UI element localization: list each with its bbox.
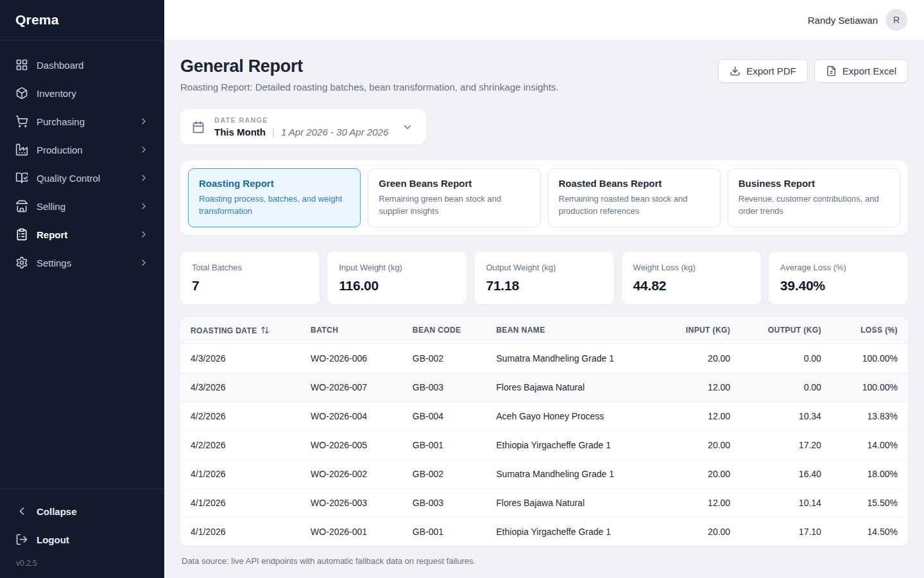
stat-card-input-weight-kg: Input Weight (kg)116.00 xyxy=(327,252,466,304)
date-range-selector[interactable]: DATE RANGE This Month | 1 Apr 2026 - 30 … xyxy=(180,109,426,144)
table-cell-output-kg: 17.20 xyxy=(740,430,832,459)
table-cell-input-kg: 20.00 xyxy=(653,517,740,546)
sidebar-item-purchasing[interactable]: Purchasing xyxy=(9,109,155,134)
column-header-output-kg: OUTPUT (KG) xyxy=(740,317,832,344)
table-cell-bean-code: GB-003 xyxy=(402,372,486,401)
app-version: v0.2.5 xyxy=(16,559,155,568)
table-cell-roasting-date: 4/3/2026 xyxy=(180,372,300,401)
table-cell-input-kg: 12.00 xyxy=(653,401,740,430)
table-cell-batch: WO-2026-007 xyxy=(300,372,402,401)
stat-card-average-loss: Average Loss (%)39.40% xyxy=(769,252,908,304)
sidebar-item-production[interactable]: Production xyxy=(9,137,155,162)
chevron-right-icon xyxy=(139,201,149,211)
export-excel-label: Export Excel xyxy=(843,66,896,76)
table-cell-batch: WO-2026-004 xyxy=(300,401,402,430)
chevron-right-icon xyxy=(139,229,149,240)
date-range-value: 1 Apr 2026 - 30 Apr 2026 xyxy=(281,127,388,137)
table-cell-bean-name: Aceh Gayo Honey Process xyxy=(486,401,653,430)
table-row: 4/3/2026WO-2026-007GB-003Flores Bajawa N… xyxy=(180,372,908,401)
table-cell-batch: WO-2026-003 xyxy=(300,488,402,517)
app-root: Qrema DashboardInventoryPurchasingProduc… xyxy=(0,0,924,578)
table-cell-input-kg: 20.00 xyxy=(653,344,740,372)
table-cell-roasting-date: 4/1/2026 xyxy=(180,517,300,546)
roasting-table-card: ROASTING DATEBATCHBEAN CODEBEAN NAMEINPU… xyxy=(180,317,908,546)
table-row: 4/2/2026WO-2026-005GB-001Ethiopia Yirgac… xyxy=(180,430,908,459)
store-icon xyxy=(15,200,28,213)
table-cell-bean-name: Flores Bajawa Natural xyxy=(486,372,653,401)
export-excel-button[interactable]: Export Excel xyxy=(814,59,908,83)
column-header-roasting-date[interactable]: ROASTING DATE xyxy=(180,317,300,344)
report-tab-description: Revenue, customer contributions, and ord… xyxy=(739,193,889,218)
logout-label: Logout xyxy=(37,534,69,545)
table-cell-bean-code: GB-001 xyxy=(402,517,486,546)
table-cell-input-kg: 20.00 xyxy=(653,459,740,488)
report-tab-title: Business Report xyxy=(739,178,889,189)
report-tab-title: Roasted Beans Report xyxy=(559,178,710,189)
sidebar-item-quality-control[interactable]: Quality Control xyxy=(9,165,155,191)
table-row: 4/1/2026WO-2026-003GB-003Flores Bajawa N… xyxy=(180,488,908,517)
table-cell-bean-code: GB-001 xyxy=(402,430,486,459)
collapse-button[interactable]: Collapse xyxy=(9,498,155,524)
report-tab-green-beans-report[interactable]: Green Beans ReportRemaining green bean s… xyxy=(368,168,540,227)
calendar-icon xyxy=(192,121,205,134)
stat-label: Output Weight (kg) xyxy=(486,263,602,272)
user-menu[interactable]: Randy Setiawan R xyxy=(808,9,907,31)
logout-button[interactable]: Logout xyxy=(9,527,155,552)
report-tab-description: Roasting process, batches, and weight tr… xyxy=(199,193,350,218)
chevron-right-icon xyxy=(139,173,149,183)
table-cell-bean-code: GB-004 xyxy=(402,401,486,430)
table-cell-bean-code: GB-002 xyxy=(402,344,486,372)
sidebar-item-report[interactable]: Report xyxy=(9,222,155,247)
chevron-right-icon xyxy=(139,144,149,155)
report-tab-business-report[interactable]: Business ReportRevenue, customer contrib… xyxy=(728,168,900,227)
table-row: 4/1/2026WO-2026-001GB-001Ethiopia Yirgac… xyxy=(180,517,908,546)
sidebar-item-selling[interactable]: Selling xyxy=(9,193,155,219)
avatar[interactable]: R xyxy=(886,9,907,31)
sidebar-nav: DashboardInventoryPurchasingProductionQu… xyxy=(0,40,164,489)
date-range-label: DATE RANGE xyxy=(214,116,388,124)
export-actions: Export PDF Export Excel xyxy=(718,57,908,83)
stat-value: 39.40% xyxy=(780,278,896,293)
sidebar-item-label: Report xyxy=(37,229,67,240)
table-cell-output-kg: 10.14 xyxy=(740,488,832,517)
date-range-separator: | xyxy=(272,127,275,137)
table-cell-roasting-date: 4/2/2026 xyxy=(180,430,300,459)
report-tab-title: Roasting Report xyxy=(199,178,350,189)
table-cell-output-kg: 10.34 xyxy=(740,401,832,430)
roasting-table: ROASTING DATEBATCHBEAN CODEBEAN NAMEINPU… xyxy=(180,317,908,546)
sidebar-item-label: Selling xyxy=(37,201,65,212)
sidebar-item-inventory[interactable]: Inventory xyxy=(9,80,155,106)
report-tab-roasting-report[interactable]: Roasting ReportRoasting process, batches… xyxy=(188,168,361,227)
sidebar-item-dashboard[interactable]: Dashboard xyxy=(9,52,155,78)
table-cell-roasting-date: 4/3/2026 xyxy=(180,344,300,372)
page-content: General Report Roasting Report: Detailed… xyxy=(164,40,924,578)
sidebar-item-label: Production xyxy=(37,144,83,155)
sort-icon xyxy=(261,326,270,335)
sidebar-item-label: Inventory xyxy=(37,88,76,99)
table-cell-bean-name: Flores Bajawa Natural xyxy=(486,488,653,517)
table-cell-bean-name: Sumatra Mandheling Grade 1 xyxy=(486,459,653,488)
table-header-row: ROASTING DATEBATCHBEAN CODEBEAN NAMEINPU… xyxy=(180,317,908,344)
report-tab-description: Remaining green bean stock and supplier … xyxy=(379,193,529,218)
stats-row: Total Batches7Input Weight (kg)116.00Out… xyxy=(180,252,908,304)
stat-card-total-batches: Total Batches7 xyxy=(180,252,320,304)
table-cell-loss: 15.50% xyxy=(832,488,908,517)
factory-icon xyxy=(15,143,28,156)
sidebar-item-settings[interactable]: Settings xyxy=(9,250,155,276)
table-body: 4/3/2026WO-2026-006GB-002Sumatra Mandhel… xyxy=(180,344,908,546)
stat-card-weight-loss-kg: Weight Loss (kg)44.82 xyxy=(622,252,761,304)
report-tab-roasted-beans-report[interactable]: Roasted Beans ReportRemaining roasted be… xyxy=(548,168,721,227)
table-cell-roasting-date: 4/1/2026 xyxy=(180,488,300,517)
data-source-note: Data source: live API endpoints with aut… xyxy=(182,556,907,566)
column-header-batch: BATCH xyxy=(300,317,402,344)
chevron-right-icon xyxy=(139,258,149,268)
export-pdf-button[interactable]: Export PDF xyxy=(718,59,808,83)
export-pdf-label: Export PDF xyxy=(746,66,796,76)
table-cell-input-kg: 12.00 xyxy=(653,372,740,401)
file-icon xyxy=(826,66,837,76)
table-cell-batch: WO-2026-006 xyxy=(300,344,402,372)
sidebar-footer: Collapse Logout v0.2.5 xyxy=(0,489,164,578)
chevron-right-icon xyxy=(139,116,149,127)
topbar: Randy Setiawan R xyxy=(164,0,924,40)
chevron-left-icon xyxy=(15,505,28,518)
